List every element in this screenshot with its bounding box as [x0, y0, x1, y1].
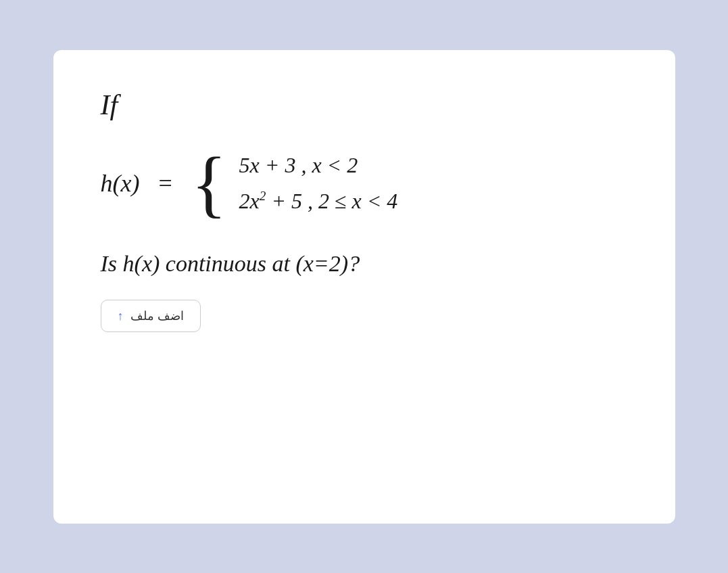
- math-block: h(x) = { 5x + 3 , x < 2 2x2 + 5 , 2 ≤ x …: [101, 146, 628, 221]
- case-1: 5x + 3 , x < 2: [239, 153, 398, 178]
- left-brace: {: [191, 146, 227, 221]
- equals-sign: =: [158, 169, 172, 198]
- main-card: If h(x) = { 5x + 3 , x < 2 2x2 + 5 , 2 ≤…: [53, 50, 675, 524]
- function-notation: h(x): [101, 169, 140, 198]
- cases-list: 5x + 3 , x < 2 2x2 + 5 , 2 ≤ x < 4: [227, 146, 398, 221]
- question-text: Is h(x) continuous at (x=2)?: [101, 248, 628, 280]
- upload-button[interactable]: ↑ اضف ملف: [101, 300, 201, 332]
- brace-container: { 5x + 3 , x < 2 2x2 + 5 , 2 ≤ x < 4: [191, 146, 398, 221]
- case-2: 2x2 + 5 , 2 ≤ x < 4: [239, 189, 398, 214]
- if-text: If: [101, 91, 628, 119]
- upload-button-label: اضف ملف: [130, 308, 184, 323]
- upload-icon: ↑: [118, 309, 124, 323]
